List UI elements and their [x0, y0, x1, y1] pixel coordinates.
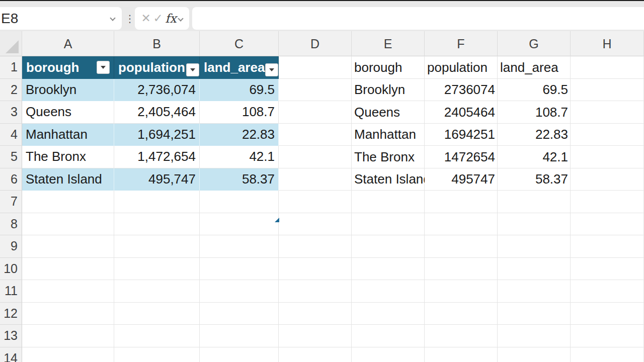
cell-G8[interactable]	[498, 213, 571, 236]
plain-cell-E5[interactable]: The Bronx	[352, 146, 425, 168]
table-cell-A2[interactable]: Brooklyn	[22, 79, 114, 102]
row-header-11[interactable]: 11	[0, 280, 22, 303]
cell-H12[interactable]	[571, 303, 644, 325]
cell-E7[interactable]	[352, 191, 425, 213]
cell-C8[interactable]	[200, 213, 279, 236]
cell-D4[interactable]	[279, 124, 352, 146]
cell-A13[interactable]	[22, 325, 114, 347]
cell-F8[interactable]	[425, 213, 498, 236]
cell-B11[interactable]	[114, 280, 200, 303]
cell-H14[interactable]	[571, 347, 644, 362]
plain-cell-E3[interactable]: Queens	[352, 101, 425, 124]
cell-B12[interactable]	[114, 303, 200, 325]
cell-B13[interactable]	[114, 325, 200, 347]
row-header-13[interactable]: 13	[0, 325, 22, 347]
column-header-g[interactable]: G	[498, 31, 571, 56]
column-header-h[interactable]: H	[571, 31, 644, 56]
fx-chevron-down-icon[interactable]	[178, 16, 184, 21]
plain-cell-F6[interactable]: 495747	[425, 168, 498, 191]
table-cell-A5[interactable]: The Bronx	[22, 146, 114, 168]
column-header-e[interactable]: E	[352, 31, 425, 56]
filter-button-land_area[interactable]	[265, 63, 278, 76]
row-header-2[interactable]: 2	[0, 79, 22, 102]
row-header-6[interactable]: 6	[0, 168, 22, 191]
cancel-icon[interactable]: ✕	[141, 12, 151, 25]
cell-A9[interactable]	[22, 235, 114, 258]
cell-A11[interactable]	[22, 280, 114, 303]
table-cell-C3[interactable]: 108.7	[200, 101, 279, 124]
plain-cell-G4[interactable]: 22.83	[498, 124, 571, 146]
cell-E12[interactable]	[352, 303, 425, 325]
cell-E10[interactable]	[352, 258, 425, 281]
cell-E11[interactable]	[352, 280, 425, 303]
cell-H9[interactable]	[571, 235, 644, 258]
table-header-land_area[interactable]: land_area	[200, 56, 279, 79]
column-header-d[interactable]: D	[279, 31, 352, 56]
row-header-7[interactable]: 7	[0, 191, 22, 213]
cell-A12[interactable]	[22, 303, 114, 325]
row-header-14[interactable]: 14	[0, 347, 22, 362]
row-header-5[interactable]: 5	[0, 146, 22, 168]
plain-cell-G3[interactable]: 108.7	[498, 101, 571, 124]
cell-F9[interactable]	[425, 235, 498, 258]
table-header-borough[interactable]: borough	[22, 56, 114, 79]
cell-H2[interactable]	[571, 79, 644, 102]
cell-H13[interactable]	[571, 325, 644, 347]
cell-D7[interactable]	[279, 191, 352, 213]
cell-A8[interactable]	[22, 213, 114, 236]
cell-A10[interactable]	[22, 258, 114, 281]
row-header-9[interactable]: 9	[0, 235, 22, 258]
cell-G10[interactable]	[498, 258, 571, 281]
cell-F10[interactable]	[425, 258, 498, 281]
plain-cell-F4[interactable]: 1694251	[425, 124, 498, 146]
cell-D1[interactable]	[279, 56, 352, 79]
table-cell-A3[interactable]: Queens	[22, 101, 114, 124]
plain-cell-F3[interactable]: 2405464	[425, 101, 498, 124]
column-header-f[interactable]: F	[425, 31, 498, 56]
cell-C9[interactable]	[200, 235, 279, 258]
cell-C13[interactable]	[200, 325, 279, 347]
table-cell-B3[interactable]: 2,405,464	[114, 101, 200, 124]
cell-G14[interactable]	[498, 347, 571, 362]
table-cell-C6[interactable]: 58.37	[200, 168, 279, 191]
cell-E9[interactable]	[352, 235, 425, 258]
cell-H3[interactable]	[571, 101, 644, 124]
cell-H7[interactable]	[571, 191, 644, 213]
row-header-1[interactable]: 1	[0, 56, 22, 79]
column-header-a[interactable]: A	[22, 31, 114, 56]
row-header-12[interactable]: 12	[0, 303, 22, 325]
cell-A7[interactable]	[22, 191, 114, 213]
cell-E13[interactable]	[352, 325, 425, 347]
cell-D6[interactable]	[279, 168, 352, 191]
cell-G9[interactable]	[498, 235, 571, 258]
row-header-3[interactable]: 3	[0, 101, 22, 124]
cell-D13[interactable]	[279, 325, 352, 347]
cell-D9[interactable]	[279, 235, 352, 258]
cell-H11[interactable]	[571, 280, 644, 303]
formula-bar-input[interactable]	[192, 7, 644, 30]
cell-F13[interactable]	[425, 325, 498, 347]
cell-C10[interactable]	[200, 258, 279, 281]
table-cell-B4[interactable]: 1,694,251	[114, 124, 200, 146]
plain-header-population[interactable]: population	[425, 56, 498, 79]
plain-cell-E4[interactable]: Manhattan	[352, 124, 425, 146]
cell-D2[interactable]	[279, 79, 352, 102]
table-cell-C2[interactable]: 69.5	[200, 79, 279, 102]
cell-B14[interactable]	[114, 347, 200, 362]
cell-H6[interactable]	[571, 168, 644, 191]
plain-cell-G5[interactable]: 42.1	[498, 146, 571, 168]
cell-D5[interactable]	[279, 146, 352, 168]
plain-cell-E6[interactable]: Staten Island	[352, 168, 425, 191]
cell-H8[interactable]	[571, 213, 644, 236]
row-header-10[interactable]: 10	[0, 258, 22, 281]
cell-G11[interactable]	[498, 280, 571, 303]
cell-H10[interactable]	[571, 258, 644, 281]
cell-G13[interactable]	[498, 325, 571, 347]
cell-D3[interactable]	[279, 101, 352, 124]
table-cell-B6[interactable]: 495,747	[114, 168, 200, 191]
table-cell-A6[interactable]: Staten Island	[22, 168, 114, 191]
table-cell-B5[interactable]: 1,472,654	[114, 146, 200, 168]
plain-cell-G6[interactable]: 58.37	[498, 168, 571, 191]
cell-B10[interactable]	[114, 258, 200, 281]
cell-D12[interactable]	[279, 303, 352, 325]
